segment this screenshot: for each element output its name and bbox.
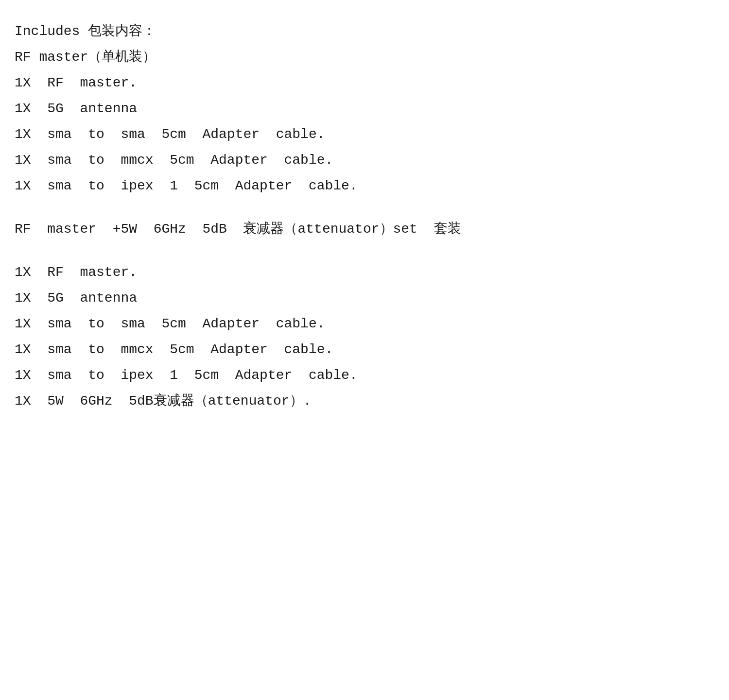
- section2-header: RF master +5W 6GHz 5dB 衰减器（attenuator）se…: [15, 217, 714, 241]
- section2-item-5: 1X sma to ipex 1 5cm Adapter cable.: [15, 363, 714, 387]
- section2-item-2: 1X 5G antenna: [15, 286, 714, 310]
- section1-item-1: 1X RF master.: [15, 71, 714, 95]
- section1-item-4: 1X sma to mmcx 5cm Adapter cable.: [15, 148, 714, 172]
- spacer-1: [15, 200, 714, 217]
- main-content: Includes 包装内容： RF master（单机装） 1X RF mast…: [15, 19, 714, 413]
- section1-item-5: 1X sma to ipex 1 5cm Adapter cable.: [15, 174, 714, 198]
- rf-master-single-header: RF master（单机装）: [15, 45, 714, 69]
- section2-item-4: 1X sma to mmcx 5cm Adapter cable.: [15, 338, 714, 361]
- section2-item-6: 1X 5W 6GHz 5dB衰减器（attenuator）.: [15, 389, 714, 413]
- section1-item-2: 1X 5G antenna: [15, 97, 714, 120]
- section2-item-3: 1X sma to sma 5cm Adapter cable.: [15, 312, 714, 336]
- section2-item-1: 1X RF master.: [15, 260, 714, 284]
- includes-header: Includes 包装内容：: [15, 19, 714, 43]
- spacer-2: [15, 243, 714, 260]
- section1-item-3: 1X sma to sma 5cm Adapter cable.: [15, 122, 714, 146]
